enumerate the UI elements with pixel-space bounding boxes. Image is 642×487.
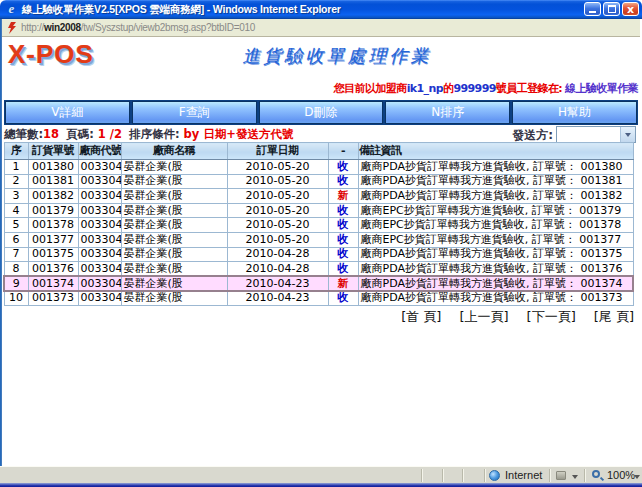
- chevron-down-icon[interactable]: [620, 127, 635, 142]
- table-row[interactable]: 3 001382 003304 晏群企業(股 2010-05-20 新 廠商PD…: [4, 189, 633, 204]
- query-button[interactable]: F查詢: [132, 101, 257, 124]
- status-badge: 收: [338, 160, 349, 173]
- protected-mode-dropdown-icon[interactable]: [572, 475, 578, 482]
- table-row[interactable]: 4 001379 003304 晏群企業(股 2010-05-20 收 廠商EP…: [4, 203, 633, 218]
- sort-button[interactable]: N排序: [385, 101, 510, 124]
- toolbar: V詳細 F查詢 D刪除 N排序 H幫助: [4, 100, 638, 125]
- col-order-no: 訂貨單號: [28, 143, 78, 160]
- table-row[interactable]: 8 001376 003304 晏群企業(股 2010-04-28 收 廠商PD…: [4, 262, 633, 277]
- help-button[interactable]: H幫助: [512, 101, 637, 124]
- sort-value: 日期+發送方代號: [203, 127, 293, 141]
- sender-label: 發送方:: [512, 127, 553, 143]
- status-badge: 收: [338, 218, 349, 231]
- next-page-link[interactable]: [下一頁]: [527, 309, 576, 324]
- sort-by: by: [184, 127, 200, 141]
- login-message: 您目前以加盟商ik1_np的999999號員工登錄在: 線上驗收單作業: [334, 82, 638, 96]
- page-title: 進貨驗收單處理作業: [122, 45, 552, 67]
- info-bar: 總筆數:18頁碼: 1 /2排序條件: by 日期+發送方代號 發送方:: [4, 126, 638, 143]
- table-row[interactable]: 2 001381 003304 晏群企業(股 2010-05-20 收 廠商PD…: [4, 174, 633, 189]
- page-value: 1 /2: [98, 127, 122, 141]
- col-order-date: 訂單日期: [227, 143, 328, 160]
- col-remark: 備註資訊: [358, 143, 633, 160]
- last-page-link[interactable]: [尾 頁]: [594, 309, 634, 324]
- status-badge: 收: [338, 291, 349, 304]
- page-error-icon: [7, 22, 16, 34]
- table-row[interactable]: 7 001375 003304 晏群企業(股 2010-04-28 收 廠商PD…: [4, 247, 633, 262]
- status-badge: 收: [338, 247, 349, 260]
- col-vendor-name: 廠商名稱: [121, 143, 227, 160]
- protected-mode-icon: [556, 471, 566, 480]
- url-text: http://win2008/tw/Syszstup/viewb2bmsg.as…: [21, 22, 255, 33]
- delete-button[interactable]: D刪除: [259, 101, 384, 124]
- internet-zone-icon: [489, 470, 500, 481]
- address-bar[interactable]: http://win2008/tw/Syszstup/viewb2bmsg.as…: [2, 19, 640, 37]
- prev-page-link[interactable]: [上一頁]: [459, 309, 508, 324]
- table-row[interactable]: 9 001374 003304 晏群企業(股 2010-04-23 新 廠商PD…: [4, 276, 633, 291]
- page-label: 頁碼:: [66, 127, 94, 141]
- zoom-level[interactable]: 100%: [607, 469, 635, 482]
- page-content: X-POS 進貨驗收單處理作業 您目前以加盟商ik1_np的999999號員工登…: [2, 37, 640, 466]
- table-row[interactable]: 5 001378 003304 晏群企業(股 2010-05-20 收 廠商EP…: [4, 218, 633, 233]
- zone-label: Internet: [505, 469, 542, 482]
- total-label: 總筆數:: [4, 127, 43, 141]
- table-header-row: 序 訂貨單號 廠商代號 廠商名稱 訂單日期 - 備註資訊: [4, 143, 633, 160]
- sort-label: 排序條件:: [129, 127, 180, 141]
- xpos-logo: X-POS: [8, 42, 94, 66]
- table-row[interactable]: 6 001377 003304 晏群企業(股 2010-05-20 收 廠商EP…: [4, 232, 633, 247]
- status-bar: Internet 100%: [0, 466, 642, 483]
- pagination: [首 頁][上一頁][下一頁][尾 頁]: [383, 309, 634, 324]
- table-row[interactable]: 10 001373 003304 晏群企業(股 2010-04-23 收 廠商P…: [4, 291, 633, 306]
- col-seq: 序: [4, 143, 28, 160]
- close-button[interactable]: x: [622, 2, 639, 16]
- status-badge: 收: [338, 233, 349, 246]
- window-border-bottom: [0, 483, 642, 487]
- window-title: 線上驗收單作業V2.5[XPOS 雲端商務網] - Windows Intern…: [22, 3, 341, 17]
- col-vendor-code: 廠商代號: [78, 143, 121, 160]
- total-value: 18: [43, 127, 59, 141]
- minimize-button[interactable]: [584, 2, 601, 16]
- status-badge: 收: [338, 174, 349, 187]
- first-page-link[interactable]: [首 頁]: [401, 309, 441, 324]
- ie-icon: e: [5, 3, 18, 16]
- status-badge: 收: [338, 262, 349, 275]
- maximize-button[interactable]: [603, 2, 620, 16]
- status-badge: 新: [338, 189, 349, 202]
- table-row[interactable]: 1 001380 003304 晏群企業(股 2010-05-20 收 廠商PD…: [4, 160, 633, 175]
- zoom-icon: [592, 470, 600, 478]
- title-bar[interactable]: e 線上驗收單作業V2.5[XPOS 雲端商務網] - Windows Inte…: [0, 0, 642, 19]
- zoom-dropdown-icon[interactable]: [634, 475, 640, 482]
- ie-window: e 線上驗收單作業V2.5[XPOS 雲端商務網] - Windows Inte…: [0, 0, 642, 487]
- col-status: -: [328, 143, 358, 160]
- detail-button[interactable]: V詳細: [5, 101, 130, 124]
- status-badge: 收: [338, 204, 349, 217]
- status-badge: 新: [338, 277, 349, 290]
- sender-select[interactable]: [556, 126, 636, 143]
- orders-table: 序 訂貨單號 廠商代號 廠商名稱 訂單日期 - 備註資訊 1 001380 00…: [3, 142, 634, 306]
